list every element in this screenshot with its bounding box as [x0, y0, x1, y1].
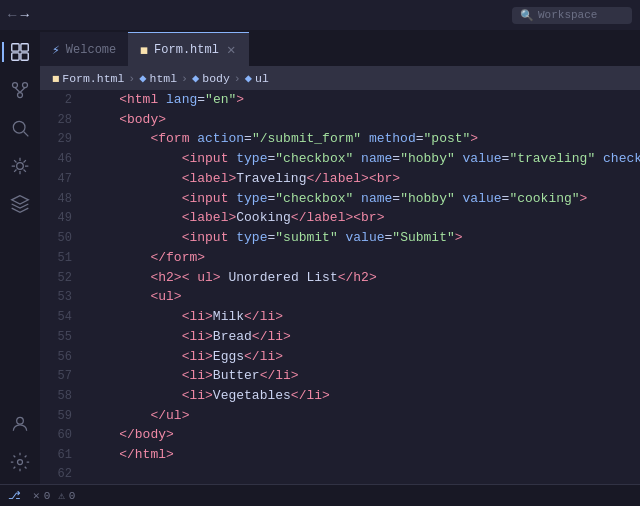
svg-line-8 [20, 88, 25, 93]
line-content: <li>Eggs</li> [88, 347, 640, 366]
line-content: <input type="submit" value="Submit"> [88, 228, 640, 247]
error-count: 0 [44, 490, 51, 502]
line-content: </ul> [88, 406, 640, 425]
search-bar[interactable]: 🔍 Workspace [512, 7, 632, 24]
code-line: 53 <ul> [40, 287, 640, 307]
line-number: 56 [40, 348, 88, 367]
code-line: 46 <input type="checkbox" name="hobby" v… [40, 149, 640, 169]
line-content: </body> [88, 425, 640, 444]
line-number: 48 [40, 190, 88, 209]
code-line: 61 </html> [40, 445, 640, 465]
nav-arrows: ← → [8, 7, 29, 23]
line-number: 62 [40, 465, 88, 484]
code-line: 55 <li>Bread</li> [40, 327, 640, 347]
branch-icon: ⎇ [8, 489, 21, 502]
line-content: <input type="checkbox" name="hobby" valu… [88, 189, 640, 208]
code-line: 51 </form> [40, 248, 640, 268]
activity-bar-bottom [2, 406, 38, 484]
code-line: 52 <h2>< ul> Unordered List</h2> [40, 268, 640, 288]
code-line: 50 <input type="submit" value="Submit"> [40, 228, 640, 248]
svg-rect-1 [21, 44, 28, 51]
line-content: <label>Cooking</label><br> [88, 208, 640, 227]
breadcrumb-file-label: Form.html [62, 72, 124, 85]
line-content: <ul> [88, 287, 640, 306]
code-line: 29 <form action="/submit_form" method="p… [40, 129, 640, 149]
status-errors[interactable]: ✕ 0 ⚠ 0 [33, 489, 75, 502]
breadcrumb-ul[interactable]: ◆ ul [245, 71, 269, 86]
search-icon: 🔍 [520, 9, 534, 22]
code-line: 62 [40, 465, 640, 484]
breadcrumb-ul-icon: ◆ [245, 71, 252, 86]
warning-count: 0 [69, 490, 76, 502]
line-content: <form action="/submit_form" method="post… [88, 129, 640, 148]
line-number: 47 [40, 170, 88, 189]
code-line: 28 <body> [40, 110, 640, 130]
line-number: 28 [40, 111, 88, 130]
line-content: <body> [88, 110, 640, 129]
line-content: <html lang="en"> [88, 90, 640, 109]
svg-point-9 [13, 121, 25, 133]
line-content: <input type="checkbox" name="hobby" valu… [88, 149, 640, 168]
line-content: <li>Butter</li> [88, 366, 640, 385]
code-editor[interactable]: 2 <html lang="en">28 <body>29 <form acti… [40, 90, 640, 484]
svg-point-4 [13, 83, 18, 88]
workspace-label: Workspace [538, 9, 597, 21]
svg-point-12 [17, 417, 24, 424]
line-content: <h2>< ul> Unordered List</h2> [88, 268, 640, 287]
breadcrumb-file[interactable]: ◼ Form.html [52, 71, 124, 86]
svg-rect-0 [12, 44, 19, 51]
line-content: </html> [88, 445, 640, 464]
svg-rect-2 [12, 53, 19, 60]
activity-explorer[interactable] [2, 34, 38, 70]
activity-source-control[interactable] [2, 72, 38, 108]
breadcrumb-body-icon: ◆ [192, 71, 199, 86]
main-container: ⚡ Welcome ◼ Form.html ✕ ◼ Form.html › ◆ … [0, 30, 640, 484]
tab-welcome[interactable]: ⚡ Welcome [40, 32, 128, 66]
code-line: 54 <li>Milk</li> [40, 307, 640, 327]
breadcrumb-html[interactable]: ◆ html [139, 71, 177, 86]
activity-extensions[interactable] [2, 186, 38, 222]
status-branch[interactable]: ⎇ [8, 489, 25, 502]
breadcrumb-body[interactable]: ◆ body [192, 71, 230, 86]
svg-point-5 [23, 83, 28, 88]
activity-search[interactable] [2, 110, 38, 146]
warning-icon: ⚠ [58, 489, 65, 502]
welcome-tab-label: Welcome [66, 43, 116, 57]
code-line: 47 <label>Traveling</label><br> [40, 169, 640, 189]
activity-account[interactable] [2, 406, 38, 442]
line-number: 50 [40, 229, 88, 248]
breadcrumb-html-icon: ◆ [139, 71, 146, 86]
line-number: 55 [40, 328, 88, 347]
breadcrumb-html-label: html [150, 72, 178, 85]
code-line: 2 <html lang="en"> [40, 90, 640, 110]
line-content: <label>Traveling</label><br> [88, 169, 640, 188]
breadcrumb-body-label: body [202, 72, 230, 85]
status-bar: ⎇ ✕ 0 ⚠ 0 [0, 484, 640, 506]
svg-line-10 [24, 132, 29, 137]
svg-line-7 [15, 88, 20, 93]
code-line: 48 <input type="checkbox" name="hobby" v… [40, 189, 640, 209]
activity-debug[interactable] [2, 148, 38, 184]
activity-settings[interactable] [2, 444, 38, 480]
nav-forward[interactable]: → [20, 7, 28, 23]
line-number: 60 [40, 426, 88, 445]
code-line: 58 <li>Vegetables</li> [40, 386, 640, 406]
code-line: 49 <label>Cooking</label><br> [40, 208, 640, 228]
code-line: 56 <li>Eggs</li> [40, 347, 640, 367]
line-number: 54 [40, 308, 88, 327]
breadcrumb-sep-2: › [181, 72, 188, 85]
code-line: 60 </body> [40, 425, 640, 445]
nav-back[interactable]: ← [8, 7, 16, 23]
line-number: 2 [40, 91, 88, 110]
line-number: 52 [40, 269, 88, 288]
line-content: <li>Vegetables</li> [88, 386, 640, 405]
line-number: 61 [40, 446, 88, 465]
tab-form-html[interactable]: ◼ Form.html ✕ [128, 32, 249, 66]
line-number: 29 [40, 130, 88, 149]
code-line: 59 </ul> [40, 406, 640, 426]
tab-close-button[interactable]: ✕ [225, 41, 237, 58]
breadcrumb: ◼ Form.html › ◆ html › ◆ body › ◆ ul [40, 66, 640, 90]
form-tab-icon: ◼ [140, 42, 148, 58]
line-number: 46 [40, 150, 88, 169]
line-content: <li>Milk</li> [88, 307, 640, 326]
